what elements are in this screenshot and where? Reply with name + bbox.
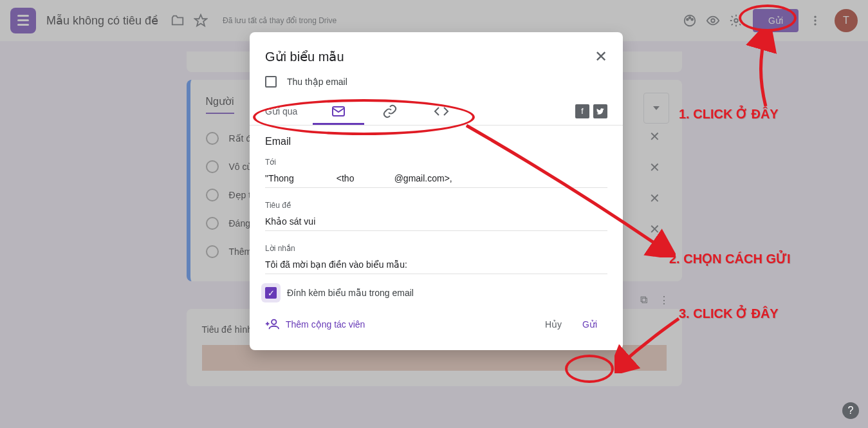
send-modal: Gửi biểu mẫu ✕ Thu thập email Gửi qua f … (250, 32, 623, 350)
message-input[interactable] (265, 256, 607, 274)
tab-email[interactable] (313, 98, 364, 125)
send-button[interactable]: Gửi (753, 9, 799, 32)
svg-point-4 (711, 19, 715, 23)
to-label: Tới (265, 158, 607, 167)
add-collaborators-button[interactable]: Thêm cộng tác viên (265, 317, 365, 331)
question-title[interactable]: Người (206, 95, 234, 114)
save-status: Đã lưu tất cả thay đổi trong Drive (223, 15, 337, 26)
question-type-dropdown[interactable] (643, 93, 669, 124)
modal-send-button[interactable]: Gửi (572, 314, 607, 335)
include-form-checkbox[interactable] (265, 287, 277, 299)
tab-link[interactable] (364, 98, 416, 125)
avatar[interactable]: T (835, 9, 858, 32)
email-section-heading: Email (265, 136, 607, 147)
collect-email-label: Thu thập email (287, 77, 347, 87)
preview-icon[interactable] (705, 13, 721, 28)
twitter-icon[interactable] (593, 104, 607, 118)
radio-icon (206, 132, 219, 145)
star-icon[interactable] (193, 13, 208, 28)
close-icon[interactable]: ✕ (595, 48, 607, 66)
svg-point-8 (814, 23, 816, 25)
cancel-button[interactable]: Hủy (535, 314, 572, 335)
svg-point-3 (691, 19, 693, 21)
radio-icon (206, 217, 219, 230)
toolbar-more-icon[interactable]: ⋮ (659, 294, 669, 306)
remove-option-icon[interactable]: ✕ (647, 221, 663, 237)
include-form-label: Đính kèm biểu mẫu trong email (287, 288, 414, 298)
help-icon[interactable]: ? (842, 402, 859, 419)
tab-embed[interactable] (416, 98, 467, 125)
form-title[interactable]: Mẫu không có tiêu đề (46, 14, 158, 28)
facebook-icon[interactable]: f (575, 104, 589, 118)
radio-icon (206, 160, 219, 173)
svg-point-2 (689, 17, 691, 19)
subject-label: Tiêu đề (265, 201, 607, 210)
settings-icon[interactable] (728, 13, 744, 28)
annotation-text-3: 3. CLICK Ở ĐÂY (679, 306, 779, 321)
forms-logo[interactable] (10, 8, 36, 33)
annotation-text-1: 1. CLICK Ở ĐÂY (679, 106, 779, 122)
subject-input[interactable] (265, 212, 607, 231)
annotation-text-2: 2. CHỌN CÁCH GỬI (669, 251, 791, 266)
radio-icon (206, 189, 219, 201)
message-label: Lời nhắn (265, 244, 607, 253)
remove-option-icon[interactable]: ✕ (647, 160, 663, 175)
svg-point-6 (814, 16, 816, 18)
to-input[interactable] (265, 169, 607, 188)
svg-point-7 (814, 19, 816, 21)
more-icon[interactable] (808, 13, 823, 28)
remove-option-icon[interactable]: ✕ (647, 129, 663, 144)
radio-icon (206, 245, 219, 258)
toolbar-icon[interactable]: ⧉ (640, 294, 647, 306)
svg-point-5 (734, 19, 738, 23)
send-via-label: Gửi qua (265, 106, 297, 116)
svg-point-10 (272, 320, 276, 324)
remove-option-icon[interactable]: ✕ (647, 191, 663, 206)
collect-email-checkbox[interactable] (265, 76, 277, 88)
palette-icon[interactable] (682, 13, 697, 28)
modal-title: Gửi biểu mẫu (265, 49, 344, 64)
folder-icon[interactable] (170, 13, 185, 28)
svg-point-1 (687, 19, 688, 21)
